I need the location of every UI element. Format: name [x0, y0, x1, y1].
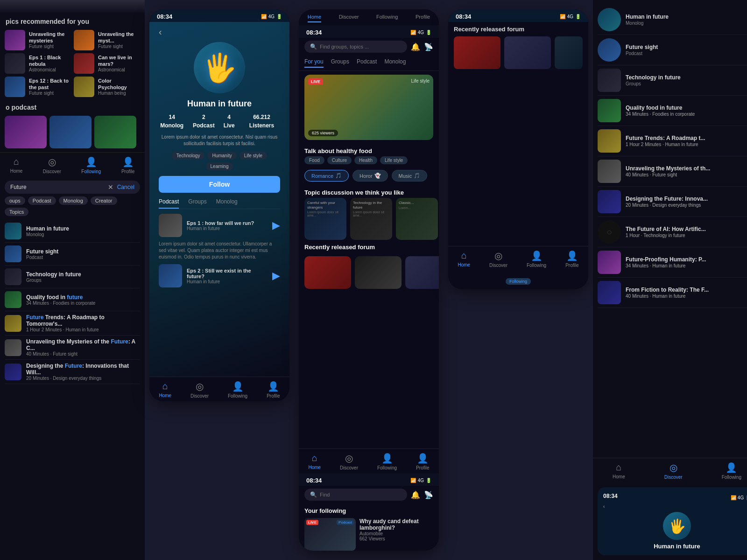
nav-label: Profile — [416, 465, 429, 470]
tab-podcast[interactable]: Podcast — [159, 198, 179, 209]
genre-horror[interactable]: Horor 👻 — [352, 170, 388, 182]
list-item[interactable]: Quality food in future 34 Minutes · Food… — [598, 96, 747, 126]
tag-health[interactable]: Health — [354, 156, 377, 164]
chip-creator[interactable]: Creator — [91, 196, 117, 205]
discuss-card-2[interactable]: Technology in the future Lorem ipsum dol… — [350, 198, 392, 240]
tab-monolog[interactable]: Monolog — [216, 198, 238, 209]
nav-profile[interactable]: 👤 Profile — [267, 381, 280, 399]
chip-groups[interactable]: oups — [5, 196, 25, 205]
following-icon: 👤 — [232, 381, 244, 392]
search-input[interactable] — [10, 184, 104, 190]
play-button[interactable]: ▶ — [272, 219, 280, 231]
chip-topics[interactable]: Topics — [5, 208, 28, 216]
nav-home[interactable]: ⌂ Home — [159, 381, 171, 399]
list-item[interactable]: Technology in future Groups — [5, 266, 140, 288]
forum-card[interactable] — [504, 36, 551, 69]
nav-discover[interactable]: ◎ Discover — [43, 156, 61, 174]
list-item[interactable]: From Fiction to Reality: The F... 40 Min… — [598, 278, 747, 308]
list-item[interactable]: ○ The Future of AI: How Artific... 1 Hou… — [598, 217, 747, 247]
forum-card-1[interactable] — [304, 256, 351, 289]
nav-home[interactable]: ⌂ Home — [10, 156, 23, 174]
radio-icon-2[interactable]: 📡 — [424, 490, 433, 499]
forum-card[interactable] — [454, 36, 500, 69]
nav-home[interactable]: Home — [308, 14, 321, 22]
tag-lifestyle[interactable]: Life style — [380, 156, 408, 164]
notification-icon-2[interactable]: 🔔 — [411, 490, 420, 499]
discuss-card-1[interactable]: Careful with your strangers Lorem ipsum … — [304, 198, 346, 240]
list-item[interactable]: Designing the Future: Innovations that W… — [5, 360, 140, 384]
search-input-2[interactable] — [320, 492, 402, 497]
topic-thumb — [5, 77, 25, 97]
follow-button[interactable]: Follow — [159, 176, 280, 193]
search-input[interactable] — [320, 44, 402, 49]
nav-following[interactable]: 👤 Following — [81, 156, 101, 174]
nav-home[interactable]: ⌂ Home — [613, 462, 625, 480]
bottom-nav: ⌂ Home ◎ Discover 👤 Following 👤 Profile — [149, 377, 289, 401]
nav-following[interactable]: 👤 Following — [377, 453, 397, 470]
list-item[interactable]: Unraveling the Mysteries of th... 40 Min… — [598, 156, 747, 187]
tag-lifestyle: Life style — [240, 152, 267, 160]
back-button[interactable]: ‹ — [159, 27, 162, 37]
forum-card-2[interactable] — [355, 256, 402, 289]
nav-label: Home — [613, 474, 625, 479]
nav-discover[interactable]: ◎ Discover — [489, 250, 507, 268]
radio-icon[interactable]: 📡 — [424, 42, 433, 51]
tab-podcast[interactable]: Podcast — [357, 58, 377, 68]
nav-profile-label: Profile — [121, 169, 134, 174]
avatar — [5, 364, 21, 380]
list-item[interactable]: Future-Proofing Humanity: P... 34 Minute… — [598, 247, 747, 278]
bottom-nav: ⌂ Home ◎ Discover 👤 Following 👤 Profile — [0, 152, 145, 178]
tag-culture[interactable]: Culture — [327, 156, 352, 164]
following-badge[interactable]: Following — [506, 278, 531, 285]
list-item[interactable]: Quality food in future 34 Minutes · Food… — [5, 288, 140, 311]
nav-home[interactable]: ⌂ Home — [458, 250, 470, 268]
genre-music[interactable]: Music 🎵 — [392, 170, 428, 182]
tag-food[interactable]: Food — [304, 156, 324, 164]
list-item[interactable]: Future Trends: A Roadmap t... 1 Hour 2 M… — [598, 126, 747, 156]
list-item[interactable]: Unraveling the Mysteries of the Future: … — [5, 336, 140, 360]
item-title: Future-Proofing Humanity: P... — [626, 256, 747, 263]
list-item[interactable]: Future sight Podcast — [5, 243, 140, 266]
nav-home[interactable]: ⌂ Home — [308, 453, 321, 470]
nav-following[interactable]: Following — [376, 14, 398, 22]
avatar-small: 🖐 — [663, 512, 691, 540]
nav-discover[interactable]: ◎ Discover — [340, 453, 358, 470]
nav-following[interactable]: 👤 Following — [527, 250, 546, 268]
item-title: From Fiction to Reality: The F... — [626, 287, 747, 293]
topic-grid: Careful with your strangers Lorem ipsum … — [299, 198, 439, 240]
list-item[interactable]: Future Trends: A Roadmap to Tomorrow's..… — [5, 311, 140, 336]
play-button[interactable]: ▶ — [272, 270, 280, 282]
nav-profile[interactable]: Profile — [416, 14, 430, 22]
list-item[interactable]: Human in future Monolog — [5, 220, 140, 243]
list-item[interactable]: Future sight Podcast — [598, 35, 747, 65]
tab-groups[interactable]: Groups — [188, 198, 206, 209]
tab-groups[interactable]: Groups — [331, 58, 349, 68]
genre-romance[interactable]: Romance 🎵 — [304, 170, 349, 182]
hero-card[interactable]: LIVE 625 viewers Life style — [304, 75, 433, 140]
nav-profile[interactable]: 👤 Profile — [416, 453, 429, 470]
discuss-card-3[interactable]: Classic... Lorem... — [396, 198, 438, 240]
following-item[interactable]: LIVE Podcast Why audy cand defeat lambor… — [304, 518, 433, 551]
list-item[interactable]: Technology in future Groups — [598, 65, 747, 96]
notification-icon[interactable]: 🔔 — [411, 42, 420, 51]
tab-for-you[interactable]: For you — [304, 58, 324, 68]
status-bar-2: 08:34 📶 4G 🔋 — [299, 473, 439, 486]
list-item[interactable]: Human in future Monolog — [598, 5, 747, 35]
forum-card[interactable] — [555, 36, 583, 69]
nav-following[interactable]: 👤 Following — [228, 381, 247, 399]
tab-monolog[interactable]: Monolog — [384, 58, 406, 68]
cancel-button[interactable]: Cancel — [117, 184, 134, 190]
nav-discover[interactable]: ◎ Discover — [190, 381, 209, 399]
list-item[interactable]: Designing the Future: Innova... 20 Minut… — [598, 187, 747, 217]
profile-icon: 👤 — [417, 453, 429, 464]
nav-profile[interactable]: 👤 Profile — [565, 250, 578, 268]
clear-icon[interactable]: ✕ — [108, 183, 113, 191]
forum-card-3[interactable] — [405, 256, 439, 289]
nav-following[interactable]: 👤 Following — [722, 462, 741, 480]
nav-discover[interactable]: ◎ Discover — [664, 462, 683, 480]
nav-profile[interactable]: 👤 Profile — [121, 156, 134, 174]
chip-monolog[interactable]: Monolog — [59, 196, 88, 205]
nav-discover[interactable]: Discover — [339, 14, 359, 22]
chip-podcast[interactable]: Podcast — [28, 196, 56, 205]
back-btn[interactable]: ‹ — [603, 504, 605, 509]
